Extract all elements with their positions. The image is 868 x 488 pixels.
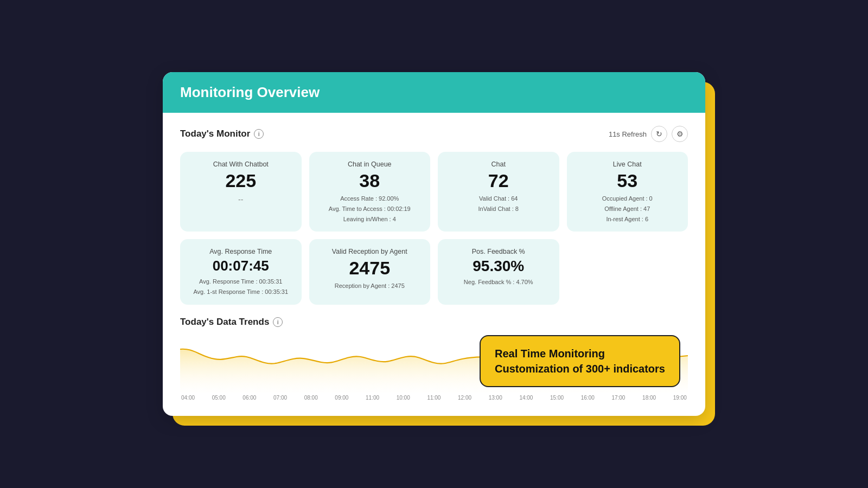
metric-sub-valid-reception: Reception by Agent : 2475 — [335, 281, 405, 291]
main-card: Monitoring Overview Today's Monitor i 11… — [163, 72, 705, 415]
monitor-title-row: Today's Monitor i 11s Refresh ↻ ⚙ — [180, 126, 688, 142]
metric-sub-chat: Valid Chat : 64 InValid Chat : 8 — [478, 194, 519, 214]
settings-button[interactable]: ⚙ — [672, 126, 688, 142]
metric-label-queue: Chat in Queue — [348, 160, 392, 168]
chart-area: Real Time Monitoring Customization of 30… — [180, 333, 688, 393]
metrics-row-1: Chat With Chatbot 225 -- Chat in Queue 3… — [180, 152, 688, 232]
metric-label-chat: Chat — [492, 160, 506, 168]
metrics-row-2: Avg. Response Time 00:07:45 Avg. Respons… — [180, 239, 688, 304]
chart-labels: 04:00 05:00 06:00 07:00 08:00 09:00 11:0… — [180, 395, 688, 401]
metric-card-valid-reception: Valid Reception by Agent 2475 Reception … — [309, 239, 431, 304]
refresh-row: 11s Refresh ↻ ⚙ — [609, 126, 688, 142]
monitor-title-text: Today's Monitor — [180, 129, 250, 139]
metric-card-chatbot: Chat With Chatbot 225 -- — [180, 152, 302, 232]
refresh-button[interactable]: ↻ — [651, 126, 667, 142]
monitor-section-title: Today's Monitor i — [180, 129, 264, 139]
metric-card-pos-feedback: Pos. Feedback % 95.30% Neg. Feedback % :… — [438, 239, 559, 304]
trends-info-icon[interactable]: i — [273, 317, 283, 327]
metric-label-valid-reception: Valid Reception by Agent — [332, 248, 407, 255]
metric-card-chat: Chat 72 Valid Chat : 64 InValid Chat : 8 — [438, 152, 559, 232]
metric-card-livechat: Live Chat 53 Occupied Agent : 0 Offline … — [567, 152, 688, 232]
trends-title: Today's Data Trends — [180, 317, 269, 328]
metric-value-chat: 72 — [488, 170, 509, 191]
metric-value-chatbot: 225 — [225, 170, 256, 191]
metric-value-avg-response: 00:07:45 — [213, 258, 269, 274]
metric-sub-queue: Access Rate : 92.00% Avg. Time to Access… — [329, 194, 411, 224]
metric-value-livechat: 53 — [617, 170, 637, 191]
refresh-label: 11s Refresh — [609, 130, 647, 138]
tooltip-bubble: Real Time Monitoring Customization of 30… — [480, 335, 680, 387]
monitor-info-icon[interactable]: i — [254, 129, 264, 139]
metric-sub-avg-response: Avg. Response Time : 00:35:31 Avg. 1-st … — [193, 277, 288, 297]
tooltip-line2: Customization of 300+ indicators — [495, 361, 665, 376]
metric-card-queue: Chat in Queue 38 Access Rate : 92.00% Av… — [309, 152, 431, 232]
page-title: Monitoring Overview — [180, 84, 320, 100]
metric-sub-chatbot: -- — [238, 194, 243, 207]
metric-value-pos-feedback: 95.30% — [473, 258, 524, 275]
header: Monitoring Overview — [163, 72, 705, 113]
content-area: Today's Monitor i 11s Refresh ↻ ⚙ Chat W… — [163, 113, 705, 415]
metric-sub-livechat: Occupied Agent : 0 Offline Agent : 47 In… — [602, 194, 653, 224]
metric-sub-pos-feedback: Neg. Feedback % : 4.70% — [464, 277, 533, 287]
trends-title-row: Today's Data Trends i — [180, 317, 688, 328]
tooltip-line1: Real Time Monitoring — [495, 346, 665, 361]
metric-card-avg-response: Avg. Response Time 00:07:45 Avg. Respons… — [180, 239, 302, 304]
metric-label-avg-response: Avg. Response Time — [209, 248, 272, 255]
empty-col — [567, 239, 688, 304]
metric-label-chatbot: Chat With Chatbot — [213, 160, 269, 168]
trends-section: Today's Data Trends i — [180, 317, 688, 401]
metric-label-livechat: Live Chat — [613, 160, 642, 168]
metric-value-valid-reception: 2475 — [349, 258, 390, 279]
metric-label-pos-feedback: Pos. Feedback % — [472, 248, 525, 255]
metric-value-queue: 38 — [359, 170, 380, 191]
